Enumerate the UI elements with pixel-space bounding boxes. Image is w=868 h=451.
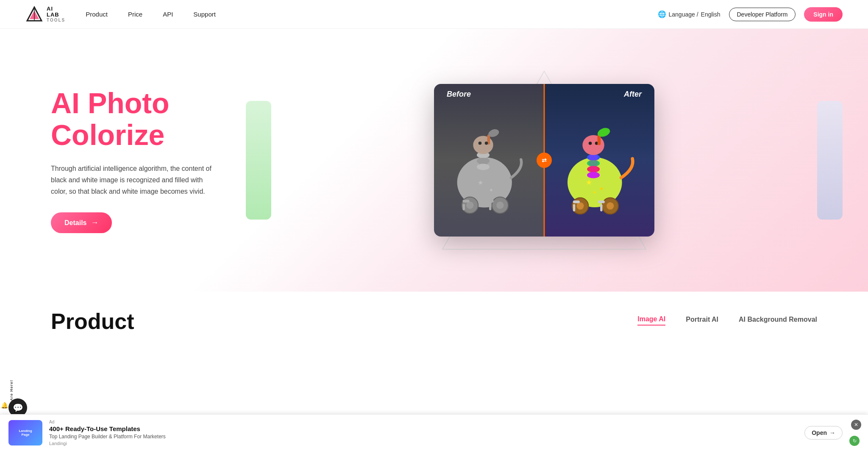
svg-rect-23	[489, 204, 491, 210]
logo-icon	[25, 6, 43, 23]
svg-rect-21	[487, 200, 494, 202]
svg-rect-22	[463, 204, 465, 210]
comparison-handle[interactable]: ⇄	[537, 153, 552, 168]
nav-support[interactable]: Support	[193, 11, 216, 18]
product-heading: Product	[51, 309, 134, 334]
signin-button[interactable]: Sign in	[804, 7, 843, 22]
svg-point-9	[473, 136, 493, 154]
globe-icon: 🌐	[658, 10, 666, 18]
hero-description: Through artificial intelligence algorith…	[51, 163, 212, 198]
svg-rect-20	[463, 200, 470, 202]
toy-bw-svg: ★ ★	[442, 109, 536, 228]
tab-portrait-ai[interactable]: Portrait AI	[686, 316, 718, 325]
developer-platform-button[interactable]: Developer Platform	[729, 8, 796, 21]
nav-price[interactable]: Price	[128, 11, 142, 18]
svg-point-30	[582, 135, 604, 155]
svg-point-17	[466, 202, 473, 209]
nav-api[interactable]: API	[163, 11, 173, 18]
svg-point-41	[606, 202, 614, 209]
svg-point-7	[477, 158, 490, 164]
details-button[interactable]: Details →	[51, 212, 112, 233]
product-section: Product Image AI Portrait AI AI Backgrou…	[0, 292, 868, 342]
language-value: English	[701, 11, 721, 18]
language-selector[interactable]: 🌐 Language / English	[658, 10, 721, 18]
svg-point-12	[485, 142, 488, 145]
hero-content: AI Photo Colorize Through artificial int…	[51, 87, 254, 233]
svg-point-8	[477, 164, 490, 170]
navbar: AI LAB TOOLS Product Price API Support 🌐…	[0, 0, 868, 29]
logo-text: AI LAB TOOLS	[47, 6, 65, 23]
svg-text:★: ★	[478, 179, 483, 186]
language-prefix: Language /	[669, 11, 698, 18]
svg-text:★: ★	[586, 178, 592, 187]
svg-point-19	[496, 202, 504, 209]
nav-right: 🌐 Language / English Developer Platform …	[658, 7, 843, 22]
svg-text:★: ★	[489, 187, 493, 192]
svg-rect-42	[573, 200, 580, 203]
svg-point-31	[589, 142, 592, 145]
nav-links: Product Price API Support	[86, 11, 657, 18]
svg-text:★: ★	[593, 190, 596, 195]
arrow-icon: →	[91, 218, 98, 227]
svg-point-11	[479, 142, 482, 145]
svg-rect-44	[573, 204, 575, 212]
details-label: Details	[64, 219, 86, 227]
nav-product[interactable]: Product	[86, 11, 108, 18]
svg-text:★: ★	[599, 186, 604, 191]
side-panel-right	[817, 101, 843, 220]
before-label: Before	[447, 90, 471, 99]
after-panel: After	[544, 84, 654, 237]
svg-rect-43	[598, 200, 605, 203]
logo[interactable]: AI LAB TOOLS	[25, 6, 65, 23]
hero-title: AI Photo Colorize	[51, 87, 254, 151]
tab-bg-removal[interactable]: AI Background Removal	[739, 316, 817, 325]
side-panel-left	[246, 101, 271, 220]
after-label: After	[624, 90, 642, 99]
hero-section: AI Photo Colorize Through artificial int…	[0, 29, 868, 292]
svg-rect-45	[600, 204, 602, 212]
before-panel: Before	[434, 84, 544, 237]
hero-visual: Before	[254, 84, 834, 237]
toy-color-svg: ★ ★ ★	[553, 105, 646, 232]
svg-point-39	[576, 202, 584, 209]
product-tabs: Image AI Portrait AI AI Background Remov…	[637, 309, 817, 326]
tab-image-ai[interactable]: Image AI	[637, 315, 665, 326]
image-comparison[interactable]: Before	[434, 84, 654, 237]
